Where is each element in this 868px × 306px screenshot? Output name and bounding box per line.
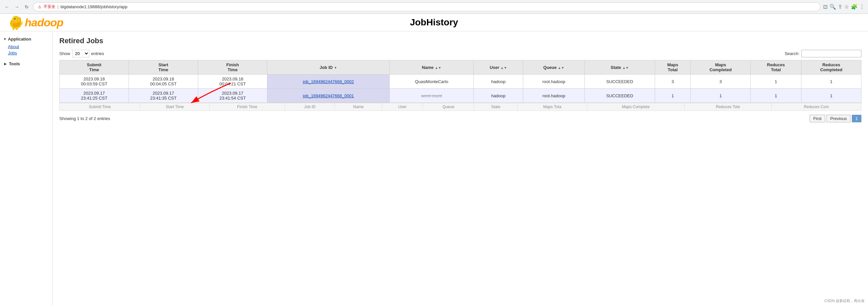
col-job-id[interactable]: Job ID ▼ [267, 60, 390, 74]
show-entries-control: Show 20 10 50 100 entries [59, 50, 104, 57]
tools-arrow-icon: ► [3, 61, 8, 66]
footer-col-start-time: Start Time [140, 103, 209, 111]
sidebar: ▼ Application About Jobs ► Tools [0, 31, 53, 306]
cell-job-id: job_1694962447668_0002 [267, 74, 390, 89]
footer-header-row: Submit Time Start Time Finish Time Job I… [60, 103, 861, 111]
cell-job-id: job_1694962447668_0001 [267, 89, 390, 103]
sidebar-about-link[interactable]: About [5, 43, 53, 50]
cell-maps-total: 3 [655, 74, 691, 89]
page-title: JobHistory [410, 17, 458, 28]
sidebar-links: About Jobs [0, 43, 53, 56]
footer-col-finish-time: Finish Time [209, 103, 285, 111]
page: hadoop JobHistory ▼ Application About Jo… [0, 14, 868, 306]
cell-state: SUCCEEDED [585, 89, 655, 103]
job-id-link[interactable]: job_1694962447668_0002 [303, 79, 354, 84]
col-reduces-completed[interactable]: ReducesCompleted [801, 60, 861, 74]
browser-actions: ⊡ 🔍 ⇧ ☆ 🧩 ⋮ [823, 4, 865, 10]
bookmark-icon[interactable]: ☆ [844, 4, 849, 10]
col-queue[interactable]: Queue ▲▼ [523, 60, 585, 74]
cell-start-time: 2023.09.1800:04:05 CST [129, 74, 198, 89]
reload-button[interactable]: ↻ [23, 3, 30, 10]
cell-maps-completed: 3 [691, 74, 751, 89]
footer-col-submit-time: Submit Time [60, 103, 141, 111]
cell-start-time: 2023.09.1723:41:35 CST [129, 89, 198, 103]
screen-reader-icon[interactable]: ⊡ [823, 4, 828, 10]
extensions-icon[interactable]: 🧩 [851, 4, 858, 10]
browser-chrome: ← → ↻ ⚠ 不安全 | bigdatanode1:19888/jobhist… [0, 0, 868, 14]
sidebar-application-section[interactable]: ▼ Application [0, 35, 53, 43]
cell-reduces-total: 1 [751, 74, 801, 89]
showing-text: Showing 1 to 2 of 2 entries [59, 116, 110, 121]
main-content: Retired Jobs Show 20 10 50 100 entries S… [53, 31, 868, 306]
cell-maps-completed: 1 [691, 89, 751, 103]
search-control: Search: [784, 50, 861, 57]
footer-col-reduces-total: Reduces Tote [684, 103, 771, 111]
col-name[interactable]: Name ▲▼ [390, 60, 474, 74]
entries-label: entries [91, 51, 104, 56]
security-warning-icon: ⚠ [38, 5, 41, 9]
svg-rect-7 [12, 27, 14, 30]
watermark: CSDN @新征程，再出发 [825, 298, 865, 303]
col-state[interactable]: State ▲▼ [585, 60, 655, 74]
hadoop-logo-text: hadoop [25, 16, 63, 29]
table-controls: Show 20 10 50 100 entries Search: [59, 50, 861, 57]
cell-queue: root.hadoop [523, 74, 585, 89]
retired-jobs-heading: Retired Jobs [59, 37, 861, 45]
footer-col-queue: Queue [423, 103, 474, 111]
forward-button[interactable]: → [13, 3, 21, 10]
svg-point-3 [14, 18, 16, 20]
table-row: 2023.09.1723:41:25 CST 2023.09.1723:41:3… [60, 89, 861, 103]
footer-col-maps-total: Maps Tota [518, 103, 587, 111]
sidebar-tools-section[interactable]: ► Tools [0, 59, 53, 68]
application-label: Application [8, 37, 31, 41]
share-icon[interactable]: ⇧ [838, 4, 842, 10]
footer-col-job-id: Job ID [285, 103, 335, 111]
col-start-time[interactable]: StartTime [129, 60, 198, 74]
col-submit-time[interactable]: SubmitTime [60, 60, 129, 74]
first-page-button[interactable]: First [810, 115, 825, 122]
header: hadoop JobHistory [0, 14, 868, 31]
footer-col-name: Name [335, 103, 382, 111]
svg-rect-8 [16, 27, 18, 30]
cell-finish-time: 2023.09.1800:04:21 CST [198, 74, 267, 89]
cell-name: word count [390, 89, 474, 103]
cell-name: QuasiMonteCarlo [390, 74, 474, 89]
table-footer: Showing 1 to 2 of 2 entries First Previo… [59, 112, 861, 125]
col-maps-completed[interactable]: MapsCompleted [691, 60, 751, 74]
cell-submit-time: 2023.09.1800:03:59 CST [60, 74, 129, 89]
previous-page-button[interactable]: Previous [827, 115, 850, 122]
show-label: Show [59, 51, 70, 56]
back-button[interactable]: ← [3, 3, 10, 10]
address-bar[interactable]: ⚠ 不安全 | bigdatanode1:19888/jobhistory/ap… [33, 2, 820, 11]
show-count-select[interactable]: 20 10 50 100 [72, 50, 89, 57]
col-finish-time[interactable]: FinishTime [198, 60, 267, 74]
col-reduces-total[interactable]: ReducesTotal [751, 60, 801, 74]
security-warning-text: 不安全 [43, 4, 55, 9]
cell-queue: root.hadoop [523, 89, 585, 103]
job-id-link[interactable]: job_1694962447668_0001 [303, 93, 354, 98]
cell-reduces-total: 1 [751, 89, 801, 103]
jobs-table-wrapper: SubmitTime StartTime FinishTime Job ID ▼… [59, 60, 861, 111]
zoom-icon[interactable]: 🔍 [830, 4, 836, 10]
pagination: First Previous 1 [810, 115, 861, 122]
cell-state: SUCCEEDED [585, 74, 655, 89]
cell-user: hadoop [474, 74, 523, 89]
footer-col-user: User [382, 103, 423, 111]
url-text: bigdatanode1:19888/jobhistory/app [60, 4, 127, 9]
logo-area: hadoop [7, 14, 63, 31]
tools-label: Tools [9, 61, 20, 66]
cell-reduces-completed: 1 [801, 74, 861, 89]
footer-col-maps-complete: Maps Complete [587, 103, 685, 111]
search-input[interactable] [801, 50, 861, 57]
col-user[interactable]: User ▲▼ [474, 60, 523, 74]
page-1-button[interactable]: 1 [852, 115, 861, 122]
svg-point-4 [14, 19, 15, 19]
footer-col-reduces-com: Reduces Com [771, 103, 861, 111]
content-area: ▼ Application About Jobs ► Tools Retired… [0, 31, 868, 306]
table-row: 2023.09.1800:03:59 CST 2023.09.1800:04:0… [60, 74, 861, 89]
col-maps-total[interactable]: MapsTotal [655, 60, 691, 74]
sidebar-jobs-link[interactable]: Jobs [5, 50, 53, 56]
cell-submit-time: 2023.09.1723:41:25 CST [60, 89, 129, 103]
menu-icon[interactable]: ⋮ [860, 4, 865, 10]
hadoop-elephant-logo [7, 14, 25, 31]
